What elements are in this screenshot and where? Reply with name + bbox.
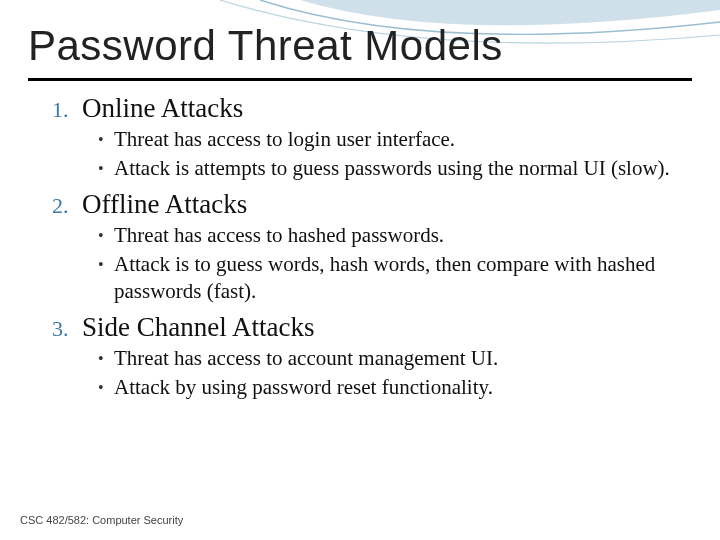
bullet-text: Attack by using password reset functiona… — [114, 374, 493, 401]
item-heading: Online Attacks — [82, 93, 243, 124]
list-item-1: 1. Online Attacks — [52, 93, 692, 124]
bullet-text: Threat has access to account management … — [114, 345, 498, 372]
bullet-item: • Attack by using password reset functio… — [98, 374, 692, 402]
item-heading: Offline Attacks — [82, 189, 247, 220]
bullet-icon: • — [98, 345, 114, 373]
bullet-item: • Threat has access to account managemen… — [98, 345, 692, 373]
list-item-2: 2. Offline Attacks — [52, 189, 692, 220]
bullet-item: • Attack is to guess words, hash words, … — [98, 251, 692, 306]
sub-list: • Threat has access to login user interf… — [98, 126, 692, 183]
content-list: 1. Online Attacks • Threat has access to… — [28, 93, 692, 402]
sub-list: • Threat has access to hashed passwords.… — [98, 222, 692, 306]
bullet-icon: • — [98, 155, 114, 183]
bullet-text: Threat has access to login user interfac… — [114, 126, 455, 153]
item-number: 3. — [52, 316, 82, 342]
slide-title: Password Threat Models — [28, 22, 692, 81]
sub-list: • Threat has access to account managemen… — [98, 345, 692, 402]
bullet-item: • Attack is attempts to guess passwords … — [98, 155, 692, 183]
slide: Password Threat Models 1. Online Attacks… — [0, 0, 720, 540]
bullet-text: Attack is to guess words, hash words, th… — [114, 251, 692, 306]
bullet-text: Threat has access to hashed passwords. — [114, 222, 444, 249]
bullet-icon: • — [98, 374, 114, 402]
item-number: 2. — [52, 193, 82, 219]
bullet-item: • Threat has access to hashed passwords. — [98, 222, 692, 250]
item-heading: Side Channel Attacks — [82, 312, 314, 343]
item-number: 1. — [52, 97, 82, 123]
bullet-text: Attack is attempts to guess passwords us… — [114, 155, 670, 182]
list-item-3: 3. Side Channel Attacks — [52, 312, 692, 343]
bullet-icon: • — [98, 222, 114, 250]
footer-text: CSC 482/582: Computer Security — [20, 514, 183, 526]
bullet-icon: • — [98, 251, 114, 279]
bullet-icon: • — [98, 126, 114, 154]
bullet-item: • Threat has access to login user interf… — [98, 126, 692, 154]
